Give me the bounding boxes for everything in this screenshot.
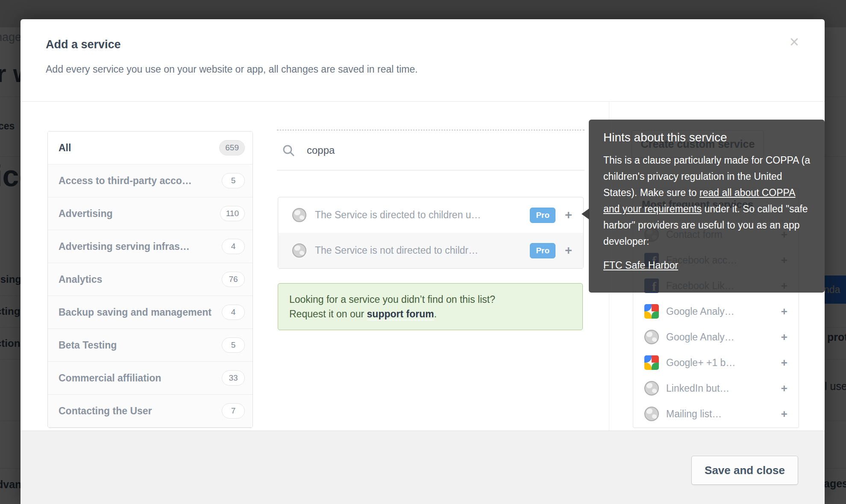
add-icon[interactable]: + [781, 331, 787, 343]
category-count-badge: 110 [220, 206, 245, 221]
search-icon [282, 144, 295, 157]
modal-title: Add a service [46, 38, 121, 51]
category-list: All 659 Access to third-party acco… 5 Ad… [47, 131, 253, 428]
globe-icon [644, 381, 659, 396]
tooltip-title: Hints about this service [603, 131, 812, 144]
category-count-badge: 4 [222, 305, 245, 320]
service-row-google-analytics-2[interactable]: Google Analy… + [633, 324, 799, 350]
category-row-backup[interactable]: Backup saving and management 4 [48, 296, 253, 329]
tooltip-arrow-icon [582, 208, 589, 220]
globe-icon [644, 407, 659, 421]
category-row-beta-testing[interactable]: Beta Testing 5 [48, 329, 253, 362]
category-count-badge: 5 [222, 173, 245, 188]
category-row-advertising[interactable]: Advertising 110 [48, 197, 253, 230]
add-icon[interactable]: + [781, 383, 787, 394]
tooltip-body: This is a clause particularly made for C… [603, 152, 812, 249]
search-input[interactable] [306, 144, 585, 157]
modal-subtitle: Add every service you use on your websit… [46, 64, 418, 75]
service-label: LinkedIn but… [666, 383, 729, 394]
service-label: Google+ +1 b… [666, 357, 735, 369]
add-icon[interactable]: + [781, 408, 787, 419]
category-count-badge: 7 [222, 403, 245, 419]
save-and-close-button[interactable]: Save and close [691, 456, 798, 485]
category-label: Commercial affiliation [59, 372, 161, 384]
search-results: The Service is directed to children u… P… [278, 197, 584, 269]
screen: nage r w ces ice ising cting ction dvan … [0, 0, 846, 504]
category-count-badge: 659 [219, 140, 245, 155]
category-row-ad-serving[interactable]: Advertising serving infras… 4 [48, 230, 253, 263]
globe-icon [292, 208, 306, 222]
add-service-modal: Add a service Add every service you use … [21, 19, 825, 504]
category-count-badge: 5 [222, 337, 245, 353]
category-label: All [59, 142, 71, 154]
service-row-mailing-list[interactable]: Mailing list… + [633, 401, 799, 427]
category-label: Contacting the User [59, 405, 152, 417]
result-row-directed-to-children[interactable]: The Service is directed to children u… P… [278, 197, 583, 233]
pro-badge: Pro [530, 243, 555, 258]
category-label: Access to third-party acco… [59, 175, 192, 187]
category-label: Analytics [59, 274, 102, 285]
search-bar [277, 131, 585, 170]
request-service-notice: Looking for a service you didn’t find on… [278, 283, 583, 330]
ftc-safe-harbor-link[interactable]: FTC Safe Harbor [603, 260, 678, 271]
google-icon [644, 304, 659, 319]
category-count-badge: 33 [222, 370, 245, 386]
category-label: Advertising [59, 208, 113, 220]
modal-body: All 659 Access to third-party acco… 5 Ad… [21, 101, 825, 431]
service-row-linkedin-button[interactable]: LinkedIn but… + [633, 375, 799, 401]
service-row-google-analytics[interactable]: Google Analy… + [633, 299, 799, 324]
service-label: Google Analy… [666, 331, 734, 343]
modal-footer: Save and close [21, 431, 825, 504]
add-icon[interactable]: + [781, 306, 787, 317]
result-label: The Service is not directed to childr… [315, 245, 478, 256]
google-icon [644, 355, 659, 370]
close-icon[interactable]: × [790, 34, 799, 50]
add-icon[interactable]: + [565, 209, 572, 221]
category-row-all[interactable]: All 659 [48, 132, 253, 164]
modal-header: Add a service Add every service you use … [21, 19, 825, 102]
category-row-analytics[interactable]: Analytics 76 [48, 263, 253, 296]
category-row-commercial-affiliation[interactable]: Commercial affiliation 33 [48, 362, 253, 395]
service-label: Google Analy… [666, 306, 734, 317]
category-count-badge: 76 [222, 272, 245, 287]
add-icon[interactable]: + [565, 244, 572, 257]
category-label: Backup saving and management [59, 307, 212, 318]
notice-text: Request it on our [289, 308, 367, 319]
pro-badge: Pro [530, 208, 555, 223]
result-row-not-directed-to-children[interactable]: The Service is not directed to childr… P… [278, 233, 583, 268]
category-row-third-party-access[interactable]: Access to third-party acco… 5 [48, 164, 253, 197]
service-hint-tooltip: Hints about this service This is a claus… [589, 120, 825, 293]
globe-icon [644, 330, 659, 344]
category-count-badge: 4 [222, 239, 245, 254]
category-label: Beta Testing [59, 340, 117, 351]
category-row-contacting-user[interactable]: Contacting the User 7 [48, 395, 253, 428]
notice-text: . [434, 308, 437, 319]
notice-line1: Looking for a service you didn’t find on… [289, 292, 571, 307]
service-row-google-plus-one[interactable]: Google+ +1 b… + [633, 350, 799, 375]
support-forum-link[interactable]: support forum [367, 308, 434, 320]
add-icon[interactable]: + [781, 357, 787, 368]
globe-icon [292, 243, 306, 258]
search-area [277, 129, 585, 170]
service-label: Mailing list… [666, 408, 722, 420]
category-label: Advertising serving infras… [59, 241, 190, 252]
result-label: The Service is directed to children u… [315, 209, 481, 221]
notice-line2: Request it on our support forum. [289, 307, 571, 321]
